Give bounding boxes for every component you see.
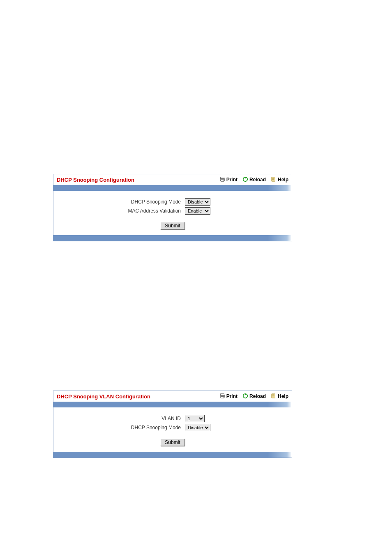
svg-rect-15 [272,396,274,396]
snooping-mode-select[interactable]: Disable [185,424,210,431]
form-control: Enable [185,207,210,215]
svg-rect-5 [272,178,274,178]
form-control: 1 [185,415,205,422]
submit-row: Submit [58,222,288,229]
panel-body: VLAN ID 1 DHCP Snooping Mode Disable Sub… [53,407,292,452]
divider-bar [53,185,292,191]
divider-bar [53,452,292,458]
snooping-mode-label: DHCP Snooping Mode [58,425,185,430]
submit-button[interactable]: Submit [160,222,184,229]
vlan-id-select[interactable]: 1 [185,415,205,422]
print-icon [219,393,225,400]
reload-label: Reload [249,393,266,399]
dhcp-snooping-vlan-config-panel: DHCP Snooping VLAN Configuration Print R… [53,391,292,458]
help-icon [271,176,277,183]
help-button[interactable]: Help [271,176,288,183]
reload-icon [242,393,248,400]
snooping-mode-select[interactable]: Disable [185,198,210,206]
panel-header: DHCP Snooping Configuration Print Reload… [53,174,292,185]
snooping-mode-label: DHCP Snooping Mode [58,199,185,205]
help-button[interactable]: Help [271,393,288,400]
divider-bar [53,235,292,241]
panel-title: DHCP Snooping VLAN Configuration [57,393,214,400]
vlan-id-label: VLAN ID [58,416,185,421]
reload-label: Reload [249,177,266,183]
svg-rect-7 [272,179,274,180]
print-label: Print [226,393,238,399]
help-label: Help [278,393,288,399]
panel-title: DHCP Snooping Configuration [57,177,214,183]
form-row-vlan-id: VLAN ID 1 [58,415,288,422]
form-row-snooping-mode: DHCP Snooping Mode Disable [58,198,288,206]
svg-rect-13 [272,394,274,395]
panel-header: DHCP Snooping VLAN Configuration Print R… [53,391,292,402]
svg-rect-14 [272,395,274,395]
form-row-mac-validation: MAC Address Validation Enable [58,207,288,215]
print-button[interactable]: Print [219,393,238,400]
svg-rect-2 [221,180,224,181]
submit-button[interactable]: Submit [160,439,184,446]
svg-rect-8 [220,393,224,395]
submit-row: Submit [58,439,288,446]
reload-button[interactable]: Reload [242,393,266,400]
dhcp-snooping-config-panel: DHCP Snooping Configuration Print Reload… [53,174,292,241]
help-label: Help [278,177,288,183]
form-control: Disable [185,424,210,431]
panel-body: DHCP Snooping Mode Disable MAC Address V… [53,191,292,235]
reload-icon [242,176,248,183]
print-icon [219,176,225,183]
svg-rect-0 [220,177,224,178]
print-button[interactable]: Print [219,176,238,183]
reload-button[interactable]: Reload [242,176,266,183]
help-icon [271,393,277,400]
svg-rect-10 [221,396,224,398]
svg-rect-6 [272,178,274,179]
mac-validation-label: MAC Address Validation [58,208,185,214]
print-label: Print [226,177,238,183]
divider-bar [53,402,292,407]
mac-validation-select[interactable]: Enable [185,207,210,215]
form-row-snooping-mode: DHCP Snooping Mode Disable [58,424,288,431]
form-control: Disable [185,198,210,206]
